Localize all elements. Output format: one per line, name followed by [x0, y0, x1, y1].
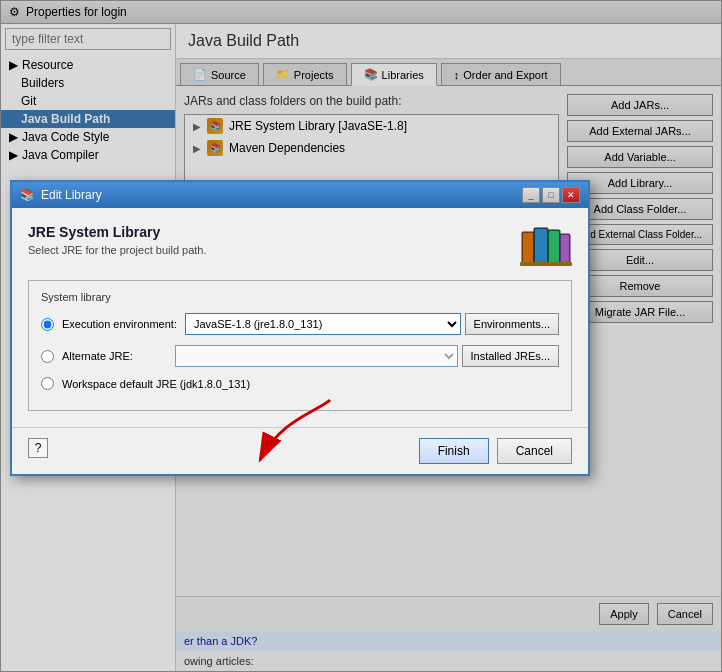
dialog-footer: ? Finish Cancel	[12, 427, 588, 474]
execution-environment-label: Execution environment:	[62, 318, 177, 330]
dialog-cancel-button[interactable]: Cancel	[497, 438, 572, 464]
dialog-icon-area	[520, 224, 572, 271]
dialog-title-buttons: _ □ ✕	[522, 187, 580, 203]
minimize-button[interactable]: _	[522, 187, 540, 203]
alternate-jre-radio[interactable]	[41, 350, 54, 363]
execution-environment-radio[interactable]	[41, 318, 54, 331]
system-library-section: System library Execution environment: Ja…	[28, 280, 572, 411]
svg-rect-5	[549, 231, 559, 263]
radio-row-alternate: Alternate JRE: Installed JREs...	[41, 345, 559, 367]
close-button[interactable]: ✕	[562, 187, 580, 203]
execution-environment-select[interactable]: JavaSE-1.8 (jre1.8.0_131)	[185, 313, 461, 335]
maximize-button[interactable]: □	[542, 187, 560, 203]
svg-rect-3	[535, 229, 547, 263]
section-box-title: System library	[41, 291, 559, 303]
dialog-title-icon: 📚	[20, 188, 35, 202]
radio-row-workspace: Workspace default JRE (jdk1.8.0_131)	[41, 377, 559, 390]
dialog-body: JRE System Library Select JRE for the pr…	[12, 208, 588, 427]
workspace-default-radio[interactable]	[41, 377, 54, 390]
books-icon	[520, 224, 572, 268]
finish-button[interactable]: Finish	[419, 438, 489, 464]
workspace-default-label: Workspace default JRE (jdk1.8.0_131)	[62, 378, 250, 390]
radio-row-execution: Execution environment: JavaSE-1.8 (jre1.…	[41, 313, 559, 335]
dialog-heading: JRE System Library	[28, 224, 572, 240]
dialog-title-label: Edit Library	[41, 188, 102, 202]
dialog-title-left: 📚 Edit Library	[20, 188, 102, 202]
dialog-title-bar: 📚 Edit Library _ □ ✕	[12, 182, 588, 208]
svg-rect-7	[561, 235, 569, 263]
edit-library-dialog: 📚 Edit Library _ □ ✕	[10, 180, 590, 476]
help-icon[interactable]: ?	[28, 438, 48, 458]
dialog-overlay: 📚 Edit Library _ □ ✕	[0, 0, 722, 672]
dialog-subtext: Select JRE for the project build path.	[28, 244, 572, 256]
alternate-dropdown-combo: Installed JREs...	[175, 345, 559, 367]
svg-rect-8	[520, 262, 572, 266]
execution-dropdown-combo: JavaSE-1.8 (jre1.8.0_131) Environments..…	[185, 313, 559, 335]
environments-button[interactable]: Environments...	[465, 313, 559, 335]
alternate-jre-select[interactable]	[175, 345, 458, 367]
svg-rect-1	[523, 233, 533, 263]
alternate-jre-label: Alternate JRE:	[62, 350, 133, 362]
installed-jres-button[interactable]: Installed JREs...	[462, 345, 559, 367]
